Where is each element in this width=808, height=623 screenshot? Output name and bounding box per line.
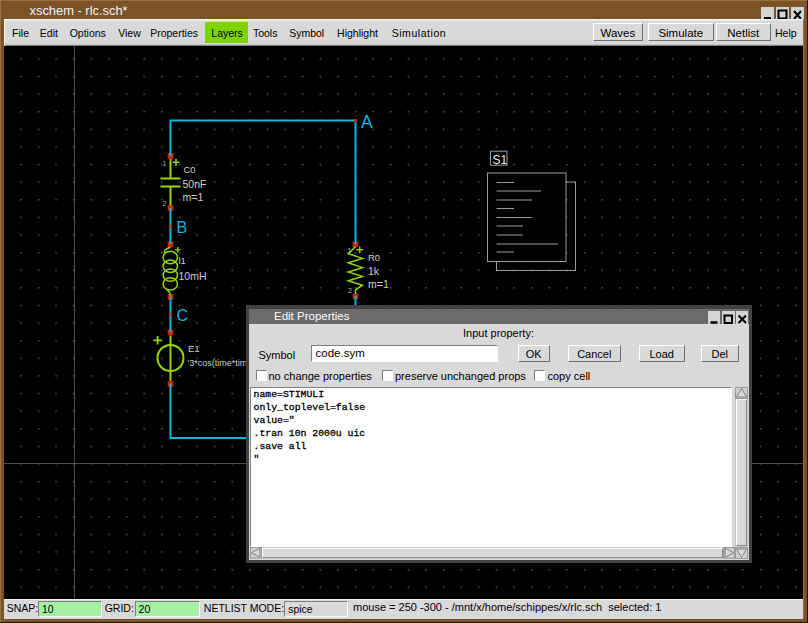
svg-text:C0: C0 xyxy=(184,164,196,175)
svg-text:1: 1 xyxy=(163,160,167,167)
svg-text:2: 2 xyxy=(163,200,167,207)
svg-text:10mH: 10mH xyxy=(179,270,207,282)
svg-text:E1: E1 xyxy=(188,343,200,354)
svg-text:l1: l1 xyxy=(179,255,186,266)
svg-text:A: A xyxy=(361,112,373,132)
svg-text:m=1: m=1 xyxy=(183,191,204,203)
svg-text:R0: R0 xyxy=(368,252,380,263)
svg-text:2: 2 xyxy=(348,287,352,294)
svg-text:m=1: m=1 xyxy=(368,278,389,290)
svg-text:50nF: 50nF xyxy=(183,178,207,190)
svg-text:C: C xyxy=(177,307,189,324)
svg-text:B: B xyxy=(177,219,188,236)
svg-text:1: 1 xyxy=(348,247,352,254)
svg-text:1k: 1k xyxy=(368,265,380,277)
svg-text:S1: S1 xyxy=(493,153,508,167)
